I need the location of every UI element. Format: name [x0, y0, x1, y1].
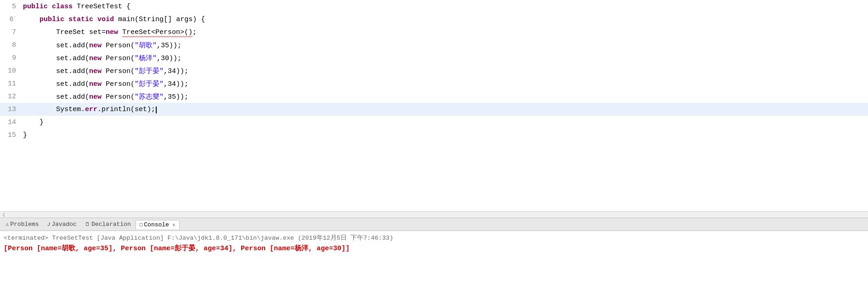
code-lines: 5 public class TreeSetTest { 6◦ public s… — [0, 0, 868, 141]
line-number-5: 5 — [0, 3, 21, 11]
tab-javadoc[interactable]: J Javadoc — [44, 220, 80, 229]
horizontal-scrollbar[interactable]: ❮ — [0, 211, 868, 218]
line-content-12: set.add(new Person("苏志燮",35)); — [21, 92, 868, 101]
line-content-6: public static void main(String[] args) { — [21, 16, 868, 23]
line-number-13: 13 — [0, 106, 21, 113]
code-line-15: 15 } — [0, 129, 868, 141]
line-content-10: set.add(new Person("彭于晏",34)); — [21, 67, 868, 75]
line-number-11: 11 — [0, 80, 21, 88]
code-line-9: 9 set.add(new Person("杨洋",30)); — [0, 51, 868, 64]
code-line-10: 10 set.add(new Person("彭于晏",34)); — [0, 64, 868, 77]
code-line-6: 6◦ public static void main(String[] args… — [0, 13, 868, 26]
console-output-area: <terminated> TreeSetTest [Java Applicati… — [0, 231, 868, 298]
code-editor[interactable]: 5 public class TreeSetTest { 6◦ public s… — [0, 0, 868, 211]
line-number-12: 12 — [0, 93, 21, 101]
code-line-14: 14 } — [0, 116, 868, 129]
console-icon: □ — [140, 222, 143, 228]
line-content-9: set.add(new Person("杨洋",30)); — [21, 54, 868, 62]
tab-problems[interactable]: ⚠ Problems — [2, 220, 43, 229]
line-content-5: public class TreeSetTest { — [21, 3, 868, 11]
line-number-10: 10 — [0, 67, 21, 75]
line-content-11: set.add(new Person("彭于晏",34)); — [21, 79, 868, 88]
console-result-text: [Person [name=胡歌, age=35], Person [name=… — [4, 244, 864, 253]
tab-declaration-label: Declaration — [91, 221, 131, 228]
tab-bar: ⚠ Problems J Javadoc 🗒 Declaration □ Con… — [0, 218, 868, 231]
line-content-15: } — [21, 131, 868, 139]
console-terminated-text: <terminated> TreeSetTest [Java Applicati… — [4, 234, 864, 242]
line-content-7: TreeSet set=new TreeSet<Person>(); — [21, 28, 868, 36]
line-content-8: set.add(new Person("胡歌",35)); — [21, 41, 868, 50]
line-number-7: 7 — [0, 28, 21, 36]
line-number-14: 14 — [0, 118, 21, 126]
line-number-6: 6◦ — [0, 15, 21, 23]
code-line-8: 8 set.add(new Person("胡歌",35)); — [0, 39, 868, 51]
tab-console[interactable]: □ Console ✕ — [136, 220, 180, 229]
tab-console-label: Console — [144, 221, 169, 228]
line-number-8: 8 — [0, 41, 21, 49]
tab-javadoc-label: Javadoc — [51, 221, 77, 228]
code-line-5: 5 public class TreeSetTest { — [0, 0, 868, 13]
tab-problems-label: Problems — [10, 221, 39, 228]
declaration-icon: 🗒 — [85, 221, 90, 227]
line-number-15: 15 — [0, 131, 21, 139]
line-number-9: 9 — [0, 54, 21, 62]
code-line-11: 11 set.add(new Person("彭于晏",34)); — [0, 77, 868, 90]
code-line-12: 12 set.add(new Person("苏志燮",35)); — [0, 90, 868, 103]
line-content-14: } — [21, 118, 868, 126]
problems-icon: ⚠ — [6, 221, 9, 228]
console-close-icon[interactable]: ✕ — [172, 222, 176, 228]
code-line-7: 7 TreeSet set=new TreeSet<Person>(); — [0, 26, 868, 39]
bottom-panel: ⚠ Problems J Javadoc 🗒 Declaration □ Con… — [0, 218, 868, 298]
code-line-13: 13 System.err.println(set); — [0, 103, 868, 116]
line-content-13: System.err.println(set); — [21, 106, 868, 113]
tab-declaration[interactable]: 🗒 Declaration — [81, 220, 135, 229]
javadoc-icon: J — [47, 222, 51, 227]
